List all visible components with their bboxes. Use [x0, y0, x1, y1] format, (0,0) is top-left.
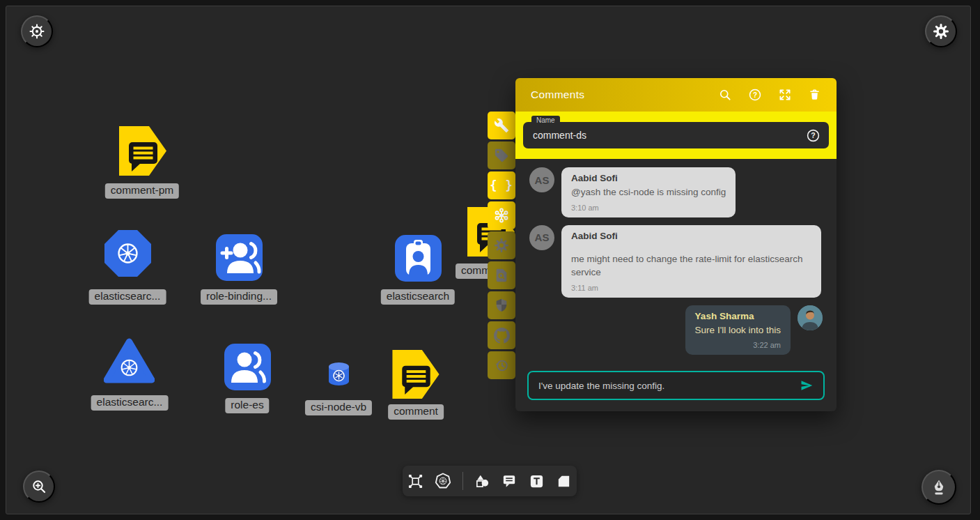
node-comment[interactable] [391, 349, 440, 402]
message-text: @yash the csi-node is missing config [571, 185, 726, 199]
history-icon [494, 358, 509, 373]
node-action-toolbar: { } [488, 112, 515, 379]
comment-tool-button[interactable] [501, 473, 518, 489]
help-icon: ? [806, 128, 820, 143]
canvas-tools-toolbar [403, 466, 577, 496]
storage-cylinder-icon [327, 362, 350, 386]
node-label: role-binding... [201, 289, 277, 305]
expand-button[interactable] [778, 88, 792, 102]
kubernetes-menu-button[interactable] [21, 15, 53, 47]
shield-icon [494, 298, 509, 313]
comments-panel-header[interactable]: Comments ? [515, 78, 837, 112]
pen-tool-button[interactable] [921, 470, 956, 505]
node-label: elasticsearc... [91, 395, 169, 411]
toolbar-shield-button[interactable] [488, 291, 515, 319]
comment-icon [501, 473, 518, 489]
node-label: csi-node-vb [305, 400, 372, 415]
node-comment-pm[interactable] [118, 125, 167, 179]
comment-node-icon [118, 125, 167, 176]
name-field[interactable]: Name ? [523, 122, 829, 148]
message-bubble: Aabid Sofi @yash the csi-node is missing… [561, 167, 736, 217]
zoom-in-icon [31, 478, 47, 495]
settings-button[interactable] [925, 15, 957, 47]
kubernetes-tool-button[interactable] [435, 473, 451, 489]
message-text: me might need to change the rate-limit f… [571, 252, 811, 280]
search-icon [718, 88, 732, 102]
service-account-icon [395, 235, 442, 282]
help-button[interactable]: ? [748, 88, 762, 102]
node-graph-tool-button[interactable] [407, 473, 423, 489]
image-tool-button[interactable] [556, 473, 572, 489]
send-icon [798, 378, 815, 392]
wrench-icon [494, 118, 509, 133]
name-input[interactable] [531, 129, 806, 142]
node-elasticsearch-serviceaccount[interactable] [395, 235, 442, 284]
expand-icon [778, 88, 792, 102]
toolbar-history-button[interactable] [488, 351, 515, 379]
chat-message: AS Aabid Sofi @yash the csi-node is miss… [529, 167, 823, 217]
role-binding-icon [216, 234, 263, 281]
send-button[interactable] [798, 378, 815, 392]
toolbar-file-search-button[interactable] [488, 261, 515, 289]
text-icon [529, 473, 545, 489]
node-role-es[interactable] [224, 344, 271, 393]
github-icon [494, 328, 510, 344]
search-button[interactable] [718, 88, 732, 102]
toolbar-settings-button[interactable] [488, 231, 515, 259]
image-icon [556, 473, 572, 489]
message-author: Aabid Sofi [571, 231, 811, 241]
svg-text:?: ? [811, 131, 815, 139]
panel-header-actions: ? [718, 88, 821, 102]
node-label: comment-pm [105, 183, 179, 199]
kubernetes-triangle-icon [104, 337, 155, 385]
toolbar-hub-spoke-button[interactable] [488, 201, 515, 229]
chat-message-input[interactable] [537, 380, 798, 392]
user-photo-icon [798, 305, 823, 330]
toolbar-github-button[interactable] [488, 321, 515, 349]
node-label: elasticsearch [381, 289, 455, 305]
toolbar-tags-button[interactable] [488, 142, 515, 169]
avatar-photo [798, 305, 823, 330]
message-author: Aabid Sofi [571, 173, 726, 183]
kanvas-app: comment-pm elasticsearc... role-binding.… [0, 0, 980, 520]
zoom-button[interactable] [23, 471, 55, 503]
text-tool-button[interactable] [529, 473, 545, 489]
node-label: elasticsearc... [89, 289, 166, 305]
node-label: role-es [225, 398, 269, 413]
chat-message: AS Aabid Sofi me might need to change th… [529, 225, 823, 298]
node-graph-icon [407, 473, 423, 489]
message-author: Yash Sharma [695, 311, 781, 321]
kubernetes-octagon-icon [104, 229, 152, 277]
comments-panel: Comments ? [515, 78, 837, 411]
toolbar-braces-button[interactable]: { } [488, 171, 515, 199]
message-time: 3:11 am [571, 284, 811, 292]
chat-input-box[interactable] [527, 371, 825, 400]
node-role-binding[interactable] [216, 234, 263, 284]
role-icon [224, 344, 271, 390]
kubernetes-wheel-icon [29, 23, 45, 40]
trash-icon [808, 88, 821, 102]
name-help-button[interactable]: ? [806, 128, 820, 143]
node-elasticsearch-octagon[interactable] [104, 229, 152, 280]
settings-gear-icon [933, 23, 949, 40]
node-csi-node-vb[interactable] [327, 362, 350, 389]
shapes-icon [474, 473, 490, 489]
hub-spoke-icon [493, 207, 510, 224]
message-time: 3:22 am [695, 341, 781, 349]
name-field-label: Name [531, 116, 560, 125]
toolbar-divider [462, 472, 463, 490]
avatar: AS [529, 167, 554, 192]
node-elasticsearch-triangle[interactable] [104, 337, 155, 388]
comment-thread[interactable]: AS Aabid Sofi @yash the csi-node is miss… [515, 159, 837, 365]
message-time: 3:10 am [571, 204, 726, 212]
delete-button[interactable] [808, 88, 821, 102]
name-field-section: Name ? [515, 112, 837, 159]
message-bubble: Yash Sharma Sure I'll look into this 3:2… [685, 305, 791, 355]
message-bubble: Aabid Sofi me might need to change the r… [561, 225, 821, 298]
shapes-tool-button[interactable] [474, 473, 490, 489]
toolbar-wrench-button[interactable] [488, 112, 515, 139]
avatar: AS [529, 225, 554, 250]
kubernetes-icon [435, 473, 451, 489]
chat-message: Yash Sharma Sure I'll look into this 3:2… [529, 305, 823, 355]
pen-nib-icon [930, 478, 948, 496]
